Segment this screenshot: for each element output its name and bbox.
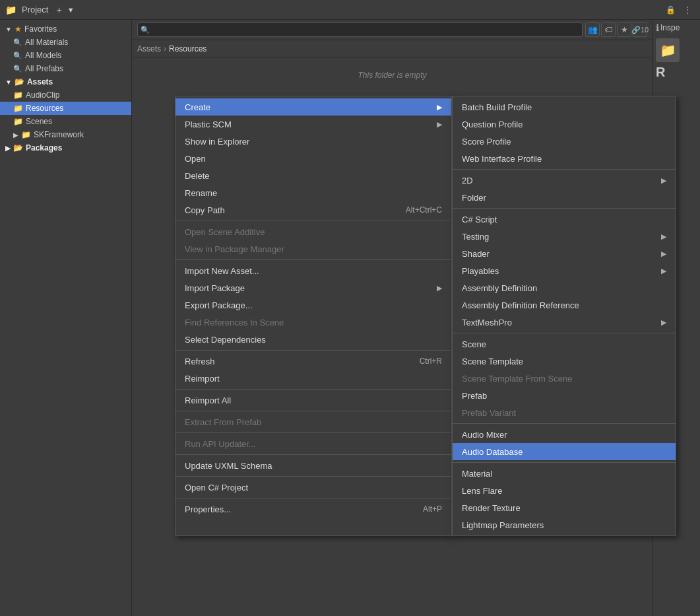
menu-item-rename[interactable]: Rename <box>175 184 451 201</box>
menu-item-reimport[interactable]: Reimport <box>175 370 451 387</box>
search-bar-row: 🔍 👥 🏷 ★ 🔗10 <box>132 20 652 40</box>
menu-item-render-texture[interactable]: Render Texture <box>453 499 676 516</box>
menu-item-material[interactable]: Material <box>453 465 676 482</box>
menu-item-assembly-definition[interactable]: Assembly Definition <box>453 279 676 296</box>
sidebar-item-label: All Prefabs <box>25 64 63 73</box>
label-icon[interactable]: 🏷 <box>601 22 616 37</box>
sidebar-item-assets[interactable]: ▼ 📂 Assets <box>0 75 131 88</box>
menu-item-prefab[interactable]: Prefab <box>453 387 676 404</box>
menu-item-scene-template[interactable]: Scene Template <box>453 353 676 370</box>
packages-arrow: ▶ <box>5 145 11 152</box>
menu-item-show-in-explorer[interactable]: Show in Explorer <box>175 133 451 150</box>
toolbar-icons: 👥 🏷 ★ 🔗10 <box>585 22 647 37</box>
shortcut-label: Alt+Ctrl+C <box>406 205 442 215</box>
sidebar-item-label: Scenes <box>26 117 52 126</box>
menu-item-refresh[interactable]: Refresh Ctrl+R <box>175 353 451 370</box>
menu-item-lens-flare[interactable]: Lens Flare <box>453 482 676 499</box>
sidebar-item-favorites[interactable]: ▼ ★ Favorites <box>0 22 131 36</box>
menu-item-web-interface-profile[interactable]: Web Interface Profile <box>453 150 676 167</box>
menu-label: Show in Explorer <box>185 137 249 147</box>
favorites-star-icon: ★ <box>15 24 22 34</box>
menu-item-assembly-definition-reference[interactable]: Assembly Definition Reference <box>453 296 676 314</box>
menu-item-copy-path[interactable]: Copy Path Alt+Ctrl+C <box>175 201 451 219</box>
assets-folder-icon: 📂 <box>15 77 24 86</box>
menu-label: Update UXML Schema <box>185 461 272 471</box>
menu-item-find-references: Find References In Scene <box>175 314 451 331</box>
menu-label: Extract From Prefab <box>185 417 261 427</box>
breadcrumb-separator: › <box>164 44 166 53</box>
menu-item-testing[interactable]: Testing ▶ <box>453 228 676 245</box>
menu-item-import-new-asset[interactable]: Import New Asset... <box>175 262 451 279</box>
separator <box>175 350 451 351</box>
menu-item-properties[interactable]: Properties... Alt+P <box>175 500 451 518</box>
menu-item-import-package[interactable]: Import Package ▶ <box>175 279 451 296</box>
add-button[interactable]: + <box>56 5 61 15</box>
menu-label: Reimport <box>185 374 220 384</box>
sidebar-item-all-materials[interactable]: 🔍 All Materials <box>0 36 131 49</box>
menu-item-question-profile[interactable]: Question Profile <box>453 116 676 133</box>
menu-label: Audio Mixer <box>462 430 507 440</box>
folder-icon: 📁 <box>13 104 23 113</box>
search-icon: 🔍 <box>141 26 150 34</box>
submenu-arrow: ▶ <box>661 176 666 185</box>
search-input[interactable] <box>137 22 583 37</box>
separator <box>453 423 676 424</box>
menu-item-update-uxml[interactable]: Update UXML Schema <box>175 457 451 474</box>
menu-item-folder[interactable]: Folder <box>453 189 676 206</box>
menu-label: Prefab <box>462 391 487 401</box>
menu-item-shader[interactable]: Shader ▶ <box>453 245 676 262</box>
sidebar-item-skframework[interactable]: ▶ 📁 SKFramework <box>0 128 131 141</box>
submenu-arrow: ▶ <box>437 284 442 292</box>
dropdown-icon[interactable]: ▼ <box>67 6 75 14</box>
menu-item-prefab-variant: Prefab Variant <box>453 404 676 421</box>
menu-item-2d[interactable]: 2D ▶ <box>453 172 676 189</box>
menu-item-scene[interactable]: Scene <box>453 335 676 353</box>
separator <box>175 432 451 433</box>
menu-label: Delete <box>185 171 210 181</box>
account-icon[interactable]: 👥 <box>585 22 600 37</box>
menu-item-reimport-all[interactable]: Reimport All <box>175 392 451 409</box>
menu-item-csharp-script[interactable]: C# Script <box>453 211 676 228</box>
menu-label: Import New Asset... <box>185 266 259 276</box>
menu-label: Select Dependencies <box>185 335 266 345</box>
star-icon[interactable]: ★ <box>617 22 631 37</box>
menu-item-export-package[interactable]: Export Package... <box>175 296 451 314</box>
menu-label: Scene Template From Scene <box>462 374 572 384</box>
menu-item-view-package-manager: View in Package Manager <box>175 240 451 257</box>
menu-item-delete[interactable]: Delete <box>175 167 451 184</box>
menu-item-lightmap-parameters[interactable]: Lightmap Parameters <box>453 516 676 533</box>
menu-item-score-profile[interactable]: Score Profile <box>453 133 676 150</box>
sidebar-item-all-models[interactable]: 🔍 All Models <box>0 49 131 62</box>
menu-label: Properties... <box>185 504 231 514</box>
menu-item-open[interactable]: Open <box>175 150 451 167</box>
breadcrumb-root[interactable]: Assets <box>137 44 161 53</box>
context-menu-right: Batch Build Profile Question Profile Sco… <box>452 96 676 536</box>
menu-label: Plastic SCM <box>185 120 232 129</box>
menu-item-plastic-scm[interactable]: Plastic SCM ▶ <box>175 116 451 133</box>
lock-icon[interactable]: 🔒 <box>663 3 678 17</box>
project-icon: 📁 <box>5 5 16 15</box>
folder-icon: 📁 <box>13 90 23 100</box>
sidebar-item-audioclip[interactable]: 📁 AudioClip <box>0 88 131 102</box>
menu-item-open-csharp[interactable]: Open C# Project <box>175 479 451 496</box>
separator <box>453 208 676 209</box>
sidebar-item-scenes[interactable]: 📁 Scenes <box>0 115 131 128</box>
menu-label: Folder <box>462 193 486 203</box>
menu-item-batch-build-profile[interactable]: Batch Build Profile <box>453 98 676 116</box>
menu-item-create[interactable]: Create ▶ <box>175 98 451 116</box>
folder-icon: 📁 <box>21 130 31 139</box>
menu-icon[interactable]: ⋮ <box>680 3 695 17</box>
menu-label: View in Package Manager <box>185 244 284 254</box>
sidebar-item-resources[interactable]: 📁 Resources <box>0 102 131 115</box>
menu-item-textmeshpro[interactable]: TextMeshPro ▶ <box>453 314 676 331</box>
menu-item-audio-database[interactable]: Audio Database <box>453 443 676 460</box>
menu-item-select-dependencies[interactable]: Select Dependencies <box>175 331 451 348</box>
link-count-icon[interactable]: 🔗10 <box>633 22 647 37</box>
sidebar-item-all-prefabs[interactable]: 🔍 All Prefabs <box>0 62 131 75</box>
menu-item-audio-mixer[interactable]: Audio Mixer <box>453 426 676 443</box>
separator <box>175 454 451 455</box>
menu-item-playables[interactable]: Playables ▶ <box>453 262 676 279</box>
sidebar-item-packages[interactable]: ▶ 📂 Packages <box>0 141 131 154</box>
menu-label: Rename <box>185 188 217 198</box>
menu-label: Lightmap Parameters <box>462 520 544 530</box>
